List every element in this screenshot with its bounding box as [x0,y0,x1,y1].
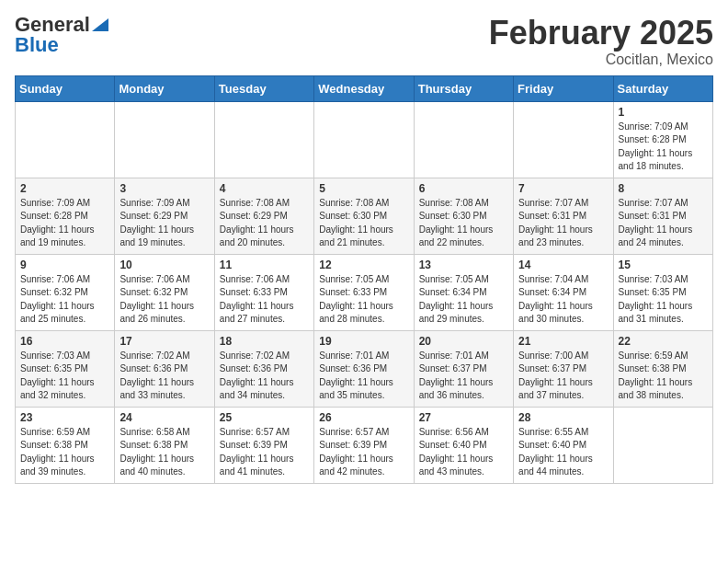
calendar-week-row: 16Sunrise: 7:03 AM Sunset: 6:35 PM Dayli… [16,330,713,407]
weekday-header-thursday: Thursday [414,75,513,101]
calendar-cell: 13Sunrise: 7:05 AM Sunset: 6:34 PM Dayli… [414,254,513,330]
day-number: 1 [619,106,708,119]
logo-general: General [15,15,90,35]
calendar-cell [214,101,313,178]
day-number: 28 [518,411,608,424]
day-number: 13 [419,259,508,271]
weekday-header-tuesday: Tuesday [214,75,313,101]
day-info: Sunrise: 7:01 AM Sunset: 6:36 PM Dayligh… [319,350,408,403]
day-info: Sunrise: 7:07 AM Sunset: 6:31 PM Dayligh… [518,197,608,250]
calendar-cell: 17Sunrise: 7:02 AM Sunset: 6:36 PM Dayli… [115,330,214,407]
calendar-cell: 2Sunrise: 7:09 AM Sunset: 6:28 PM Daylig… [16,178,115,254]
day-number: 22 [619,335,708,348]
logo-blue: Blue [15,35,59,55]
day-number: 8 [619,182,708,195]
day-number: 21 [518,335,608,348]
calendar-cell [414,101,513,178]
calendar-cell: 16Sunrise: 7:03 AM Sunset: 6:35 PM Dayli… [16,330,115,407]
day-number: 25 [220,411,309,424]
day-number: 18 [220,335,309,348]
day-info: Sunrise: 7:02 AM Sunset: 6:36 PM Dayligh… [119,350,209,403]
calendar-cell: 26Sunrise: 6:57 AM Sunset: 6:39 PM Dayli… [314,407,414,483]
calendar-week-row: 23Sunrise: 6:59 AM Sunset: 6:38 PM Dayli… [16,407,713,483]
calendar-cell [514,101,613,178]
calendar-cell: 28Sunrise: 6:55 AM Sunset: 6:40 PM Dayli… [514,407,613,483]
calendar-cell: 1Sunrise: 7:09 AM Sunset: 6:28 PM Daylig… [613,101,712,178]
day-info: Sunrise: 7:07 AM Sunset: 6:31 PM Dayligh… [619,197,708,250]
day-info: Sunrise: 6:55 AM Sunset: 6:40 PM Dayligh… [518,426,608,479]
day-number: 9 [20,259,109,271]
location-title: Cocitlan, Mexico [489,52,713,68]
calendar-cell: 21Sunrise: 7:00 AM Sunset: 6:37 PM Dayli… [514,330,613,407]
day-info: Sunrise: 6:57 AM Sunset: 6:39 PM Dayligh… [319,426,408,479]
calendar-cell: 23Sunrise: 6:59 AM Sunset: 6:38 PM Dayli… [16,407,115,483]
calendar-table: SundayMondayTuesdayWednesdayThursdayFrid… [15,75,713,484]
calendar-cell: 3Sunrise: 7:09 AM Sunset: 6:29 PM Daylig… [115,178,214,254]
day-info: Sunrise: 7:04 AM Sunset: 6:34 PM Dayligh… [518,273,608,327]
calendar-cell: 7Sunrise: 7:07 AM Sunset: 6:31 PM Daylig… [514,178,613,254]
day-number: 12 [319,259,408,271]
calendar-cell: 24Sunrise: 6:58 AM Sunset: 6:38 PM Dayli… [115,407,214,483]
day-number: 24 [119,411,209,424]
day-number: 27 [419,411,508,424]
calendar-cell [16,101,115,178]
calendar-cell: 22Sunrise: 6:59 AM Sunset: 6:38 PM Dayli… [613,330,712,407]
day-number: 11 [220,259,309,271]
calendar-cell: 8Sunrise: 7:07 AM Sunset: 6:31 PM Daylig… [613,178,712,254]
weekday-header-friday: Friday [514,75,613,101]
calendar-cell: 11Sunrise: 7:06 AM Sunset: 6:33 PM Dayli… [214,254,313,330]
calendar-cell: 27Sunrise: 6:56 AM Sunset: 6:40 PM Dayli… [414,407,513,483]
day-info: Sunrise: 7:06 AM Sunset: 6:33 PM Dayligh… [220,273,309,327]
calendar-cell: 9Sunrise: 7:06 AM Sunset: 6:32 PM Daylig… [16,254,115,330]
weekday-header-saturday: Saturday [613,75,712,101]
day-number: 17 [119,335,209,348]
calendar-cell: 19Sunrise: 7:01 AM Sunset: 6:36 PM Dayli… [314,330,414,407]
day-info: Sunrise: 7:08 AM Sunset: 6:30 PM Dayligh… [419,197,508,250]
day-number: 5 [319,182,408,195]
weekday-header-row: SundayMondayTuesdayWednesdayThursdayFrid… [16,75,713,101]
day-info: Sunrise: 6:57 AM Sunset: 6:39 PM Dayligh… [220,426,309,479]
weekday-header-monday: Monday [115,75,214,101]
month-title: February 2025 [489,15,713,52]
day-info: Sunrise: 6:59 AM Sunset: 6:38 PM Dayligh… [20,426,109,479]
day-number: 14 [518,259,608,271]
calendar-cell: 20Sunrise: 7:01 AM Sunset: 6:37 PM Dayli… [414,330,513,407]
calendar-week-row: 2Sunrise: 7:09 AM Sunset: 6:28 PM Daylig… [16,178,713,254]
day-info: Sunrise: 7:08 AM Sunset: 6:30 PM Dayligh… [319,197,408,250]
day-number: 2 [20,182,109,195]
day-number: 23 [20,411,109,424]
day-info: Sunrise: 7:01 AM Sunset: 6:37 PM Dayligh… [419,350,508,403]
calendar-cell: 4Sunrise: 7:08 AM Sunset: 6:29 PM Daylig… [214,178,313,254]
day-info: Sunrise: 7:00 AM Sunset: 6:37 PM Dayligh… [518,350,608,403]
day-info: Sunrise: 7:03 AM Sunset: 6:35 PM Dayligh… [20,350,109,403]
day-info: Sunrise: 7:02 AM Sunset: 6:36 PM Dayligh… [220,350,309,403]
day-number: 16 [20,335,109,348]
day-info: Sunrise: 7:03 AM Sunset: 6:35 PM Dayligh… [619,273,708,327]
calendar-week-row: 1Sunrise: 7:09 AM Sunset: 6:28 PM Daylig… [16,101,713,178]
day-info: Sunrise: 7:09 AM Sunset: 6:29 PM Dayligh… [119,197,209,250]
day-number: 3 [119,182,209,195]
day-info: Sunrise: 7:06 AM Sunset: 6:32 PM Dayligh… [119,273,209,327]
day-number: 26 [319,411,408,424]
calendar-cell: 15Sunrise: 7:03 AM Sunset: 6:35 PM Dayli… [613,254,712,330]
calendar-cell [115,101,214,178]
logo-icon [92,15,108,31]
day-info: Sunrise: 7:05 AM Sunset: 6:33 PM Dayligh… [319,273,408,327]
day-number: 15 [619,259,708,271]
day-number: 19 [319,335,408,348]
calendar-cell [314,101,414,178]
day-info: Sunrise: 7:08 AM Sunset: 6:29 PM Dayligh… [220,197,309,250]
day-info: Sunrise: 6:58 AM Sunset: 6:38 PM Dayligh… [119,426,209,479]
calendar-cell: 12Sunrise: 7:05 AM Sunset: 6:33 PM Dayli… [314,254,414,330]
calendar-cell: 10Sunrise: 7:06 AM Sunset: 6:32 PM Dayli… [115,254,214,330]
day-number: 10 [119,259,209,271]
day-number: 7 [518,182,608,195]
page-header: General Blue February 2025 Cocitlan, Mex… [15,15,713,68]
day-info: Sunrise: 7:06 AM Sunset: 6:32 PM Dayligh… [20,273,109,327]
calendar-week-row: 9Sunrise: 7:06 AM Sunset: 6:32 PM Daylig… [16,254,713,330]
day-info: Sunrise: 7:09 AM Sunset: 6:28 PM Dayligh… [20,197,109,250]
weekday-header-wednesday: Wednesday [314,75,414,101]
day-number: 4 [220,182,309,195]
calendar-cell: 5Sunrise: 7:08 AM Sunset: 6:30 PM Daylig… [314,178,414,254]
calendar-cell: 25Sunrise: 6:57 AM Sunset: 6:39 PM Dayli… [214,407,313,483]
